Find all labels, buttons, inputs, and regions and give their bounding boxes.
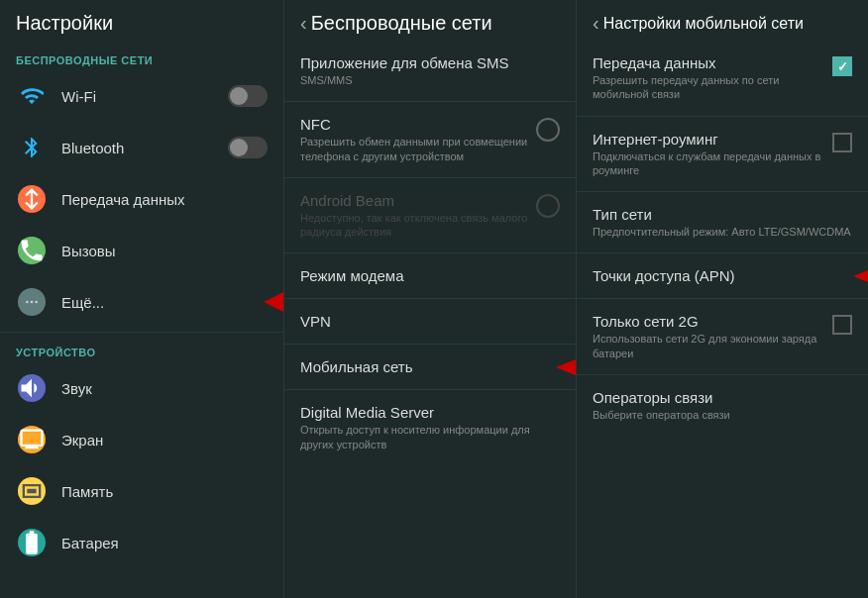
menu-item-memory[interactable]: Память <box>0 465 283 517</box>
menu-item-more[interactable]: Ещё... <box>0 276 283 328</box>
mid-divider-6 <box>284 389 576 390</box>
calls-icon <box>16 235 48 266</box>
right-column: ‹ Настройки мобильной сети Передача данн… <box>577 0 868 598</box>
mid-item-nfc[interactable]: NFC Разрешить обмен данными при совмещен… <box>284 106 576 173</box>
mid-divider-5 <box>284 344 576 345</box>
android-beam-toggle <box>536 194 560 218</box>
calls-text: Вызовы <box>61 243 268 259</box>
wifi-icon <box>16 80 48 112</box>
right-item-2g[interactable]: Только сети 2G Использовать сети 2G для … <box>577 303 868 370</box>
memory-text: Память <box>61 483 268 500</box>
roaming-checkbox[interactable] <box>832 133 852 152</box>
2g-checkbox[interactable] <box>832 315 852 335</box>
right-divider-3 <box>577 252 868 253</box>
data-checkbox[interactable]: ✓ <box>832 56 852 76</box>
mid-item-android-beam: Android Beam Недоступно, так как отключе… <box>284 182 576 249</box>
sound-icon <box>16 372 48 404</box>
left-header: Настройки <box>0 0 283 45</box>
menu-item-battery[interactable]: Батарея <box>0 517 283 568</box>
memory-icon <box>16 475 48 507</box>
mid-item-vpn[interactable]: VPN <box>284 303 576 340</box>
right-divider-5 <box>577 374 868 375</box>
screen-icon <box>16 424 48 455</box>
more-text: Ещё... <box>61 294 268 311</box>
right-item-operators[interactable]: Операторы связи Выберите оператора связи <box>577 379 868 432</box>
mobile-red-arrow <box>556 353 577 381</box>
right-item-roaming[interactable]: Интернет-роуминг Подключаться к службам … <box>577 121 868 188</box>
menu-item-wifi[interactable]: Wi-Fi <box>0 70 283 122</box>
bluetooth-text: Bluetooth <box>61 140 228 156</box>
more-icon <box>16 286 48 318</box>
menu-item-calls[interactable]: Вызовы <box>0 225 283 276</box>
svg-marker-6 <box>264 287 284 317</box>
apn-red-arrow <box>853 262 868 290</box>
section-divider <box>0 332 283 333</box>
right-divider-1 <box>577 116 868 117</box>
battery-text: Батарея <box>61 535 268 551</box>
mid-item-modem[interactable]: Режим модема <box>284 257 576 294</box>
wifi-toggle[interactable] <box>228 85 268 107</box>
sound-text: Звук <box>61 380 268 397</box>
back-arrow-right: ‹ <box>593 12 599 35</box>
menu-item-screen[interactable]: Экран <box>0 414 283 465</box>
wireless-section-header: БЕСПРОВОДНЫЕ СЕТИ <box>0 45 283 70</box>
nfc-toggle[interactable] <box>536 118 560 142</box>
more-red-arrow <box>264 287 284 317</box>
bluetooth-toggle[interactable] <box>228 137 268 158</box>
back-arrow-mid: ‹ <box>300 12 307 35</box>
device-section-header: УСТРОЙСТВО <box>0 337 283 362</box>
mid-item-dms[interactable]: Digital Media Server Открыть доступ к но… <box>284 394 576 461</box>
svg-marker-12 <box>853 262 868 290</box>
right-item-apn[interactable]: Точки доступа (APN) <box>577 257 868 294</box>
mid-divider-4 <box>284 298 576 299</box>
battery-icon <box>16 527 48 558</box>
mid-divider-1 <box>284 101 576 102</box>
right-item-data[interactable]: Передача данных Разрешить передачу данны… <box>577 45 868 112</box>
svg-marker-11 <box>556 353 577 381</box>
bluetooth-icon <box>16 132 48 163</box>
svg-point-2 <box>26 301 29 304</box>
menu-item-sound[interactable]: Звук <box>0 362 283 414</box>
right-header: ‹ Настройки мобильной сети <box>577 0 868 45</box>
right-item-network-type[interactable]: Тип сети Предпочтительный режим: Авто LT… <box>577 196 868 249</box>
mid-divider-3 <box>284 252 576 253</box>
data-transfer-text: Передача данных <box>61 191 268 208</box>
mid-item-sms[interactable]: Приложение для обмена SMS SMS/MMS <box>284 45 576 97</box>
mid-column: ‹ Беспроводные сети Приложение для обмен… <box>284 0 577 598</box>
data-transfer-icon <box>16 183 48 215</box>
svg-point-4 <box>35 301 38 304</box>
mid-divider-2 <box>284 177 576 178</box>
mid-item-mobile[interactable]: Мобильная сеть <box>284 349 576 385</box>
screen-text: Экран <box>61 432 268 448</box>
mid-header: ‹ Беспроводные сети <box>284 0 576 45</box>
svg-point-3 <box>31 301 34 304</box>
menu-item-bluetooth[interactable]: Bluetooth <box>0 122 283 173</box>
right-divider-2 <box>577 191 868 192</box>
left-column: Настройки БЕСПРОВОДНЫЕ СЕТИ Wi-Fi Blueto… <box>0 0 284 598</box>
menu-item-data-transfer[interactable]: Передача данных <box>0 173 283 225</box>
wifi-text: Wi-Fi <box>61 88 228 105</box>
right-divider-4 <box>577 298 868 299</box>
